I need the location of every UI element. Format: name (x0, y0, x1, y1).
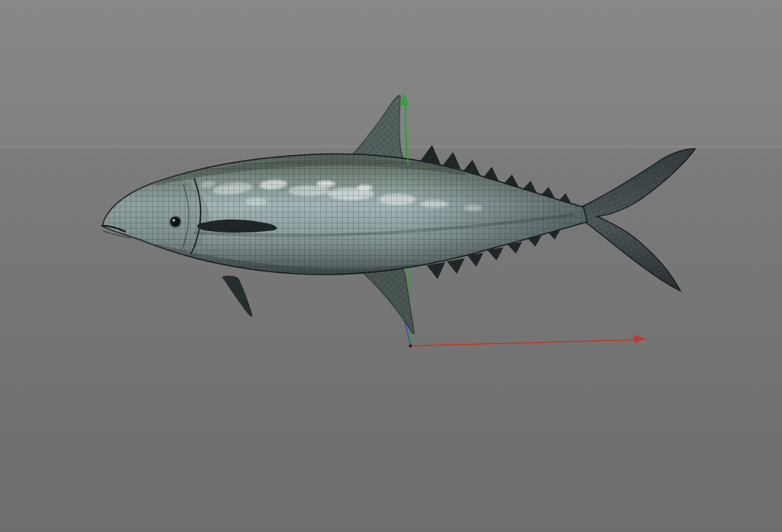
eye (170, 216, 181, 227)
viewport-canvas[interactable] (0, 0, 782, 532)
eye-highlight (172, 219, 175, 221)
gizmo-origin-point[interactable] (409, 344, 412, 347)
viewport[interactable] (0, 0, 782, 532)
